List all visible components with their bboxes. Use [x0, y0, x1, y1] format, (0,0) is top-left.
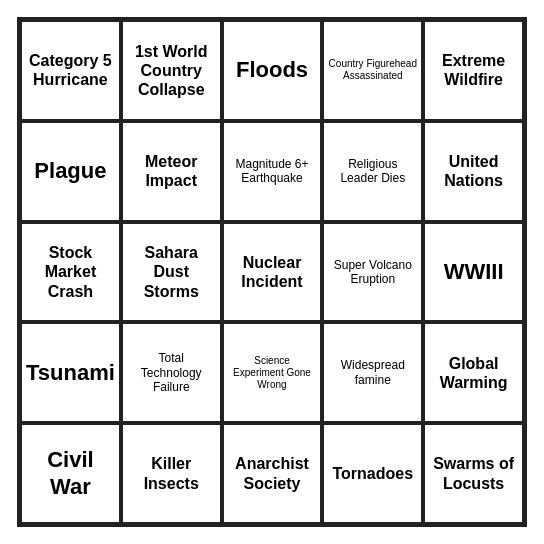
cell-text: Widespread famine	[328, 358, 417, 387]
cell-text: Global Warming	[429, 354, 518, 392]
cell-text: Meteor Impact	[127, 152, 216, 190]
cell-text: Swarms of Locusts	[429, 454, 518, 492]
cell-text: Nuclear Incident	[228, 253, 317, 291]
bingo-cell: Nuclear Incident	[222, 222, 323, 323]
bingo-cell: Widespread famine	[322, 322, 423, 423]
cell-text: United Nations	[429, 152, 518, 190]
cell-text: Magnitude 6+ Earthquake	[228, 157, 317, 186]
cell-text: Tornadoes	[333, 464, 414, 483]
bingo-cell: Stock Market Crash	[20, 222, 121, 323]
bingo-cell: Total Technology Failure	[121, 322, 222, 423]
cell-text: Civil War	[26, 447, 115, 500]
cell-text: Religious Leader Dies	[328, 157, 417, 186]
cell-text: Killer Insects	[127, 454, 216, 492]
cell-text: Anarchist Society	[228, 454, 317, 492]
bingo-cell: Tsunami	[20, 322, 121, 423]
cell-text: Tsunami	[26, 360, 115, 386]
cell-text: Total Technology Failure	[127, 351, 216, 394]
cell-text: Stock Market Crash	[26, 243, 115, 301]
cell-text: Category 5 Hurricane	[26, 51, 115, 89]
bingo-cell: WWIII	[423, 222, 524, 323]
cell-text: Floods	[236, 57, 308, 83]
cell-text: Extreme Wildfire	[429, 51, 518, 89]
bingo-cell: Sahara Dust Storms	[121, 222, 222, 323]
bingo-cell: Country Figurehead Assassinated	[322, 20, 423, 121]
bingo-cell: Religious Leader Dies	[322, 121, 423, 222]
bingo-cell: Anarchist Society	[222, 423, 323, 524]
bingo-cell: Magnitude 6+ Earthquake	[222, 121, 323, 222]
bingo-card: Category 5 Hurricane1st World Country Co…	[17, 17, 527, 527]
cell-text: Super Volcano Eruption	[328, 258, 417, 287]
bingo-cell: Civil War	[20, 423, 121, 524]
bingo-cell: Swarms of Locusts	[423, 423, 524, 524]
bingo-cell: Floods	[222, 20, 323, 121]
bingo-cell: Tornadoes	[322, 423, 423, 524]
bingo-cell: 1st World Country Collapse	[121, 20, 222, 121]
cell-text: Plague	[34, 158, 106, 184]
bingo-cell: United Nations	[423, 121, 524, 222]
cell-text: Sahara Dust Storms	[127, 243, 216, 301]
cell-text: WWIII	[444, 259, 504, 285]
bingo-cell: Meteor Impact	[121, 121, 222, 222]
bingo-cell: Plague	[20, 121, 121, 222]
bingo-cell: Super Volcano Eruption	[322, 222, 423, 323]
bingo-cell: Killer Insects	[121, 423, 222, 524]
bingo-cell: Global Warming	[423, 322, 524, 423]
cell-text: Science Experiment Gone Wrong	[228, 355, 317, 391]
bingo-cell: Science Experiment Gone Wrong	[222, 322, 323, 423]
cell-text: 1st World Country Collapse	[127, 42, 216, 100]
bingo-cell: Category 5 Hurricane	[20, 20, 121, 121]
bingo-cell: Extreme Wildfire	[423, 20, 524, 121]
cell-text: Country Figurehead Assassinated	[328, 58, 417, 82]
